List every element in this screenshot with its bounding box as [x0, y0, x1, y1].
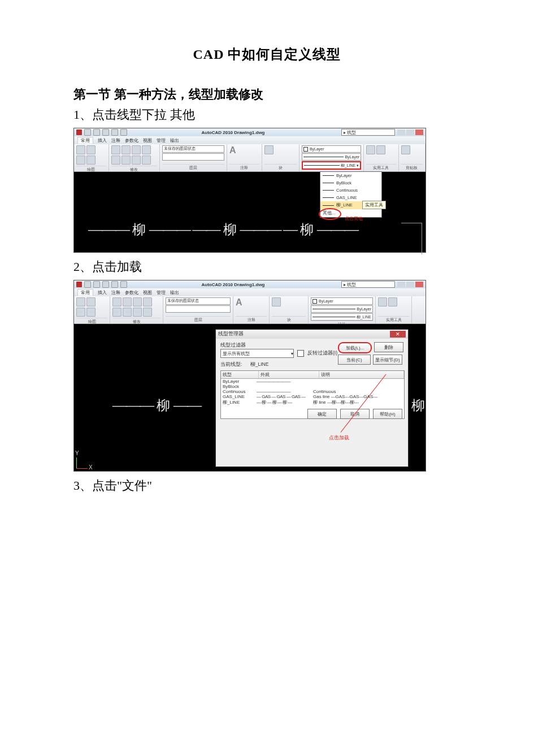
section-heading: 第一节 第一种方法，线型加载修改: [73, 86, 461, 103]
app-title: AutoCAD 2010 Drawing1.dwg: [127, 130, 339, 135]
dropdown-item[interactable]: ByBlock: [320, 179, 381, 187]
search-input[interactable]: ▸ 线型: [341, 129, 395, 136]
ribbon-tab[interactable]: 插入: [98, 137, 107, 144]
ribbon-tab[interactable]: 注释: [111, 137, 120, 144]
panel-draw[interactable]: 绘图: [74, 144, 109, 171]
ribbon-tab[interactable]: 参数化: [125, 290, 138, 296]
search-icon: ▸: [344, 130, 346, 135]
list-item[interactable]: GAS_LINE— GAS — GAS — GAS —Gas line ---G…: [221, 394, 404, 399]
quick-access-toolbar[interactable]: [84, 281, 127, 288]
lineweight-dropdown[interactable]: ByLayer: [311, 305, 373, 313]
help-button[interactable]: 帮助(H): [373, 409, 402, 419]
detail-button[interactable]: 显示细节(D): [373, 355, 402, 365]
ribbon-tab[interactable]: 常用: [77, 289, 93, 296]
ribbon-tab[interactable]: 管理: [157, 290, 166, 296]
panel-draw[interactable]: 绘图: [74, 296, 110, 323]
app-title: AutoCAD 2010 Drawing1.dwg: [127, 282, 339, 287]
quick-access-toolbar[interactable]: [84, 129, 127, 136]
color-dropdown[interactable]: ByLayer: [311, 297, 373, 305]
annotation-label: 点击其他: [345, 215, 363, 222]
window-buttons[interactable]: [397, 282, 423, 287]
dropdown-item[interactable]: Continuous: [320, 187, 381, 194]
ribbon-tab[interactable]: 管理: [157, 137, 166, 144]
dialog-title: 线型管理器: [218, 331, 244, 338]
step-2: 2、点击加载: [73, 258, 461, 275]
dropdown-item[interactable]: ByLayer: [320, 172, 381, 179]
chevron-down-icon: ▾: [291, 351, 293, 356]
filter-select[interactable]: 显示所有线型▾: [220, 349, 294, 358]
panel-properties[interactable]: ByLayer ByLayer 柳_LINE ▾ 特性: [299, 144, 364, 171]
invert-label: 反转过滤器(I): [307, 350, 337, 357]
current-button[interactable]: 当前(C): [338, 355, 371, 365]
app-menu-icon[interactable]: [76, 129, 82, 135]
ribbon-tab[interactable]: 插入: [98, 290, 107, 296]
lineweight-dropdown[interactable]: ByLayer: [302, 153, 361, 161]
panel-properties[interactable]: ByLayer ByLayer 柳_LINE 特性: [309, 296, 376, 323]
list-item[interactable]: Continuous————————Continuous: [221, 389, 404, 394]
panel-layer[interactable]: 未保存的图层状态图层: [160, 144, 227, 171]
linetype-manager-dialog: 线型管理器 ✕ 线型过滤器 显示所有线型▾ 反转过滤器(I) 加载(L)... …: [215, 329, 409, 467]
annotation-circle: [319, 208, 341, 220]
ribbon-tab[interactable]: 输出: [170, 137, 179, 144]
search-input[interactable]: ▸ 线型: [341, 281, 395, 288]
linetype-dropdown-menu[interactable]: ByLayer ByBlock Continuous GAS_LINE 柳_LI…: [320, 171, 382, 218]
list-item[interactable]: 柳_LINE— 柳 — 柳 — 柳 —柳 line ---柳---柳---柳--…: [221, 399, 404, 405]
ribbon-tab[interactable]: 注释: [111, 290, 120, 296]
panel-block[interactable]: 块: [262, 144, 299, 171]
invert-checkbox[interactable]: [297, 350, 304, 357]
ribbon-tab[interactable]: 输出: [170, 290, 179, 296]
panel-modify[interactable]: 修改: [110, 296, 163, 323]
ribbon-tab[interactable]: 视图: [143, 137, 152, 144]
screenshot-1: AutoCAD 2010 Drawing1.dwg ▸ 线型 常用 插入 注释 …: [73, 128, 426, 253]
ribbon-tab[interactable]: 常用: [77, 137, 93, 144]
list-item[interactable]: ByLayer————————: [221, 379, 404, 384]
panel-anno[interactable]: A注释: [227, 144, 262, 171]
delete-button[interactable]: 删除: [374, 342, 403, 352]
ribbon-tab[interactable]: 参数化: [125, 137, 138, 144]
app-menu-icon[interactable]: [76, 282, 82, 287]
panel-layer[interactable]: 未保存的图层状态图层: [163, 296, 233, 323]
panel-block[interactable]: 块: [270, 296, 309, 323]
close-icon[interactable]: ✕: [390, 331, 406, 338]
doc-title: CAD 中如何自定义线型: [73, 45, 461, 63]
ok-button[interactable]: 确定: [307, 409, 337, 419]
window-buttons[interactable]: [397, 129, 423, 135]
linetype-dropdown[interactable]: 柳_LINE: [311, 313, 373, 321]
panel-util[interactable]: 实用工具: [364, 144, 399, 171]
ribbon-tab[interactable]: 视图: [143, 290, 152, 296]
search-icon: ▸: [344, 282, 346, 287]
step-1: 1、点击线型下拉 其他: [73, 106, 461, 123]
step-3: 3、点击"文件": [73, 477, 461, 494]
panel-anno[interactable]: A注释: [233, 296, 270, 323]
panel-util[interactable]: 实用工具: [376, 296, 412, 323]
chevron-down-icon: ▾: [357, 163, 359, 168]
linetype-dropdown[interactable]: 柳_LINE ▾: [302, 161, 361, 170]
panel-clip[interactable]: 剪贴板: [399, 144, 426, 171]
tooltip: 实用工具: [362, 201, 386, 209]
color-dropdown[interactable]: ByLayer: [302, 145, 361, 153]
annotation-label: 点击加载: [329, 435, 349, 442]
load-button[interactable]: 加载(L)...: [338, 342, 372, 353]
current-linetype-label: 当前线型:: [220, 361, 242, 368]
screenshot-2: AutoCAD 2010 Drawing1.dwg ▸ 线型 常用 插入 注释 …: [73, 280, 426, 472]
panel-modify[interactable]: 修改: [109, 144, 160, 171]
